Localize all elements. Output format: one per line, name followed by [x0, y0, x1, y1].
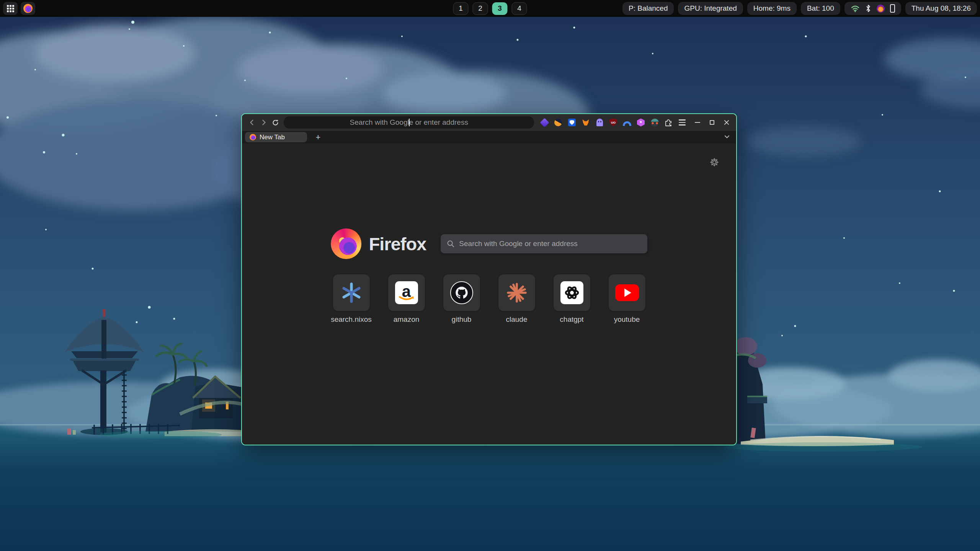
amazon-icon: a: [395, 281, 418, 304]
list-all-tabs-button[interactable]: [723, 133, 731, 142]
wifi-icon[interactable]: [851, 4, 860, 13]
workspace-button-4[interactable]: 4: [512, 2, 527, 15]
extension-dark-reader-icon[interactable]: [554, 118, 562, 127]
workspace-button-2[interactable]: 2: [473, 2, 488, 15]
system-tray: [844, 2, 901, 15]
power-profile-pill: P: Balanced: [622, 2, 674, 15]
search-icon: [447, 240, 454, 248]
firefox-wordmark: Firefox: [369, 233, 426, 254]
extension-hex-asterisk-icon[interactable]: *: [637, 118, 645, 127]
bluetooth-icon[interactable]: [865, 4, 871, 13]
desktop: 1 2 3 4 P: Balanced GPU: Integrated Home…: [0, 0, 980, 551]
extensions-puzzle-icon[interactable]: [664, 118, 673, 127]
back-button[interactable]: [246, 116, 258, 129]
app-launcher-button[interactable]: [3, 2, 18, 15]
extension-toolbar: UO *: [540, 118, 686, 127]
ping-pill: Home: 9ms: [747, 2, 797, 15]
extension-ublock-origin-icon[interactable]: UO: [609, 118, 617, 127]
tab-new-tab[interactable]: New Tab: [245, 132, 307, 142]
youtube-play-icon: [615, 284, 639, 301]
menu-hamburger-icon[interactable]: [678, 118, 686, 127]
shortcut-tiles: search.nixos a amazon: [327, 274, 652, 324]
shortcut-github[interactable]: github: [437, 274, 486, 324]
shortcut-label: youtube: [614, 315, 640, 324]
shortcut-search-nixos[interactable]: search.nixos: [327, 274, 376, 324]
maximize-button[interactable]: [706, 117, 718, 128]
reload-button[interactable]: [270, 116, 281, 129]
firefox-logo-icon: [331, 228, 361, 259]
battery-pill: Bat: 100: [801, 2, 840, 15]
phone-icon[interactable]: [890, 4, 895, 13]
tab-favicon-firefox-icon: [250, 134, 256, 140]
newtab-hero: Firefox Search with Google or enter addr…: [331, 228, 648, 259]
firefox-launcher-button[interactable]: [21, 2, 35, 15]
navigation-toolbar: Search with Google or enter address UO *: [242, 114, 736, 131]
app-grid-icon: [7, 5, 14, 12]
firefox-icon: [23, 4, 33, 13]
tab-bar: New Tab +: [242, 131, 736, 143]
extension-metamask-fox-icon[interactable]: [581, 118, 590, 127]
newtab-search-placeholder: Search with Google or enter address: [459, 240, 577, 248]
extension-purple-diamond-icon[interactable]: [540, 118, 549, 127]
extension-bitwarden-icon[interactable]: [568, 118, 576, 127]
extension-nordvpn-arc-icon[interactable]: [623, 118, 631, 127]
open-new-tab-button[interactable]: +: [312, 132, 324, 142]
status-bar-right: P: Balanced GPU: Integrated Home: 9ms Ba…: [622, 2, 977, 15]
extension-spy-agent-icon[interactable]: [650, 118, 659, 127]
extension-ghostery-ghost-icon[interactable]: [595, 118, 604, 127]
window-controls: [692, 117, 732, 128]
claude-starburst-icon: [506, 282, 528, 303]
newtab-search-input[interactable]: Search with Google or enter address: [441, 234, 647, 253]
shortcut-label: github: [452, 315, 472, 324]
clock: Thu Aug 08, 18:26: [905, 2, 977, 15]
close-button[interactable]: [721, 117, 732, 128]
chatgpt-knot-icon: [560, 281, 583, 304]
shortcut-label: claude: [506, 315, 528, 324]
status-bar: 1 2 3 4 P: Balanced GPU: Integrated Home…: [0, 0, 980, 17]
minimize-button[interactable]: [692, 117, 703, 128]
gpu-pill: GPU: Integrated: [678, 2, 743, 15]
shortcut-label: amazon: [394, 315, 420, 324]
firefox-window: Search with Google or enter address UO *: [241, 113, 737, 445]
shortcut-chatgpt[interactable]: chatgpt: [547, 274, 596, 324]
vpn-flame-icon[interactable]: [877, 5, 885, 13]
nixos-snowflake-icon: [340, 282, 363, 304]
personalize-gear-icon[interactable]: [709, 157, 719, 169]
workspace-switcher: 1 2 3 4: [453, 2, 527, 15]
workspace-button-1[interactable]: 1: [453, 2, 469, 15]
url-bar[interactable]: Search with Google or enter address: [284, 116, 534, 129]
shortcut-amazon[interactable]: a amazon: [382, 274, 431, 324]
shortcut-claude[interactable]: claude: [492, 274, 541, 324]
tab-label: New Tab: [260, 134, 285, 141]
shortcut-youtube[interactable]: youtube: [603, 274, 652, 324]
new-tab-page: Firefox Search with Google or enter addr…: [242, 143, 736, 445]
workspace-button-3-active[interactable]: 3: [492, 2, 508, 15]
github-octocat-icon: [450, 281, 473, 304]
forward-button[interactable]: [258, 116, 270, 129]
text-caret: [409, 119, 410, 126]
shortcut-label: search.nixos: [331, 315, 372, 324]
shortcut-label: chatgpt: [560, 315, 583, 324]
